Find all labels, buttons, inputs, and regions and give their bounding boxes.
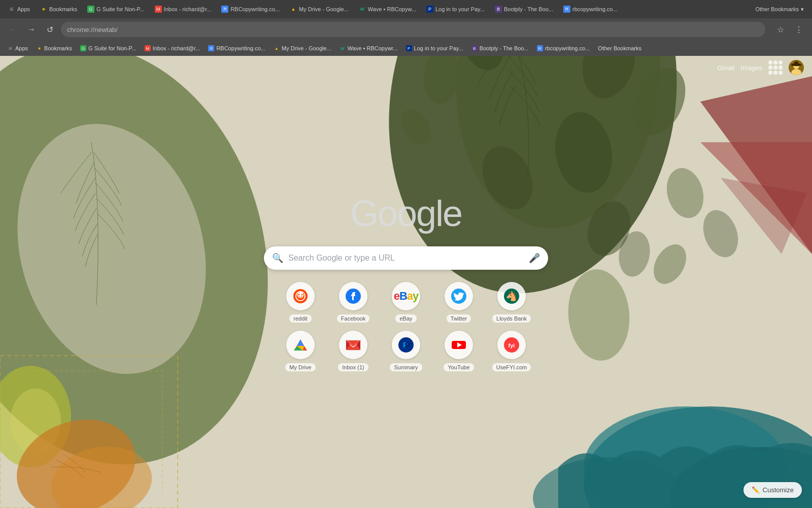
- tab-rbcopy1[interactable]: R RBCopywriting.co...: [217, 4, 284, 15]
- google-logo: Google: [350, 193, 462, 234]
- shortcut-mydrive-label: My Drive: [285, 363, 315, 371]
- svg-point-33: [791, 64, 802, 66]
- usefyi-icon: fyi: [503, 337, 520, 353]
- tab-mydrive[interactable]: ▲ My Drive - Google...: [286, 4, 353, 15]
- gmail-icon: [345, 337, 361, 353]
- search-bar[interactable]: 🔍 Search Google or type a URL 🎤: [264, 246, 548, 270]
- ebay-text-icon: eBay: [394, 290, 419, 303]
- tab-apps[interactable]: ⊞ Apps: [4, 4, 34, 15]
- lloyds-icon: 🐴: [503, 288, 520, 304]
- shortcut-youtube-label: YouTube: [444, 363, 473, 371]
- youtube-icon: [451, 337, 467, 353]
- tab-paylog[interactable]: P Log in to your Pay...: [422, 4, 489, 15]
- avatar-image: [789, 60, 804, 75]
- shortcut-lloyds-label: Lloyds Bank: [492, 314, 531, 323]
- shortcut-reddit-label: reddit: [289, 314, 312, 323]
- svg-point-39: [301, 294, 303, 296]
- google-top-links: Gmail Images: [709, 56, 812, 79]
- twitter-icon: [451, 288, 467, 304]
- shortcut-lloyds[interactable]: 🐴 Lloyds Bank: [489, 282, 534, 323]
- bookmark-rbcopy2[interactable]: R rbcopywriting.co...: [534, 44, 593, 52]
- bookmark-paylog[interactable]: P Log in to your Pay...: [403, 44, 466, 52]
- shortcut-usefyi[interactable]: fyi UseFYI.com: [489, 331, 534, 371]
- shortcut-mydrive[interactable]: My Drive: [278, 331, 323, 371]
- tab-wave[interactable]: W Wave • RBCopyw...: [355, 4, 420, 15]
- bookmark-gsuite[interactable]: G G Suite for Non-P...: [77, 44, 140, 52]
- shortcut-usefyi-label: UseFYI.com: [492, 363, 531, 371]
- bookmark-bootply[interactable]: B Bootply - The Boo...: [468, 44, 532, 52]
- tab-rbcopy2[interactable]: R rbcopywriting.co...: [559, 4, 622, 15]
- browser-frame: ⊞ Apps ★ Bookmarks G G Suite for Non-P..…: [0, 0, 812, 508]
- shortcut-reddit[interactable]: reddit: [278, 282, 323, 323]
- tab-bookmarks[interactable]: ★ Bookmarks: [36, 4, 81, 15]
- shortcut-inbox-label: Inbox (1): [338, 363, 368, 371]
- user-avatar[interactable]: [789, 60, 804, 75]
- shortcut-facebook[interactable]: Facebook: [331, 282, 376, 323]
- svg-point-38: [298, 294, 300, 296]
- shortcut-youtube[interactable]: YouTube: [436, 331, 481, 371]
- tab-overflow[interactable]: Other Bookmarks ▾: [751, 4, 808, 15]
- back-button[interactable]: ←: [6, 22, 20, 37]
- shortcuts-row-2: My Drive: [278, 331, 534, 371]
- toolbar: ← → ↺ chrome://newtab/ ☆ ⋮: [0, 18, 812, 41]
- bookmark-rbcopy1[interactable]: R RBCopywriting.co...: [205, 44, 268, 52]
- svg-text:fyi: fyi: [509, 342, 515, 348]
- gmail-link[interactable]: Gmail: [717, 64, 734, 72]
- shortcut-ebay-label: eBay: [395, 314, 416, 323]
- customize-button[interactable]: ✏️ Customize: [743, 482, 802, 498]
- search-icon: 🔍: [272, 252, 283, 264]
- tab-bar: ⊞ Apps ★ Bookmarks G G Suite for Non-P..…: [0, 0, 812, 18]
- shortcut-inbox[interactable]: Inbox (1): [331, 331, 376, 371]
- bookmark-star-button[interactable]: ☆: [773, 22, 788, 37]
- reload-button[interactable]: ↺: [43, 22, 57, 37]
- microphone-icon[interactable]: 🎤: [529, 252, 540, 264]
- newtab-content: Google 🔍 Search Google or type a URL 🎤: [0, 56, 812, 508]
- bookmark-apps[interactable]: ⊞ Apps: [4, 44, 31, 52]
- bookmark-bookmarks[interactable]: ★ Bookmarks: [33, 44, 75, 52]
- forward-button[interactable]: →: [24, 22, 39, 37]
- shortcut-twitter-label: Twitter: [447, 314, 471, 323]
- bookmark-wave[interactable]: W Wave • RBCopywr...: [336, 44, 401, 52]
- shortcuts-row-1: reddit Facebook: [278, 282, 534, 323]
- main-content: Gmail Images: [0, 56, 812, 508]
- menu-button[interactable]: ⋮: [792, 22, 806, 37]
- shortcut-ebay[interactable]: eBay eBay: [384, 282, 428, 323]
- paypal-icon: P P: [398, 337, 414, 353]
- images-link[interactable]: Images: [740, 64, 762, 72]
- svg-marker-49: [297, 339, 304, 346]
- tab-bootply[interactable]: B Bootply - The Boo...: [491, 4, 557, 15]
- tab-gsuite[interactable]: G G Suite for Non-P...: [83, 4, 149, 15]
- bookmark-mydrive[interactable]: ▲ My Drive - Google...: [270, 44, 334, 52]
- drive-icon: [292, 337, 309, 353]
- tab-inbox[interactable]: M Inbox - richard@r...: [151, 4, 216, 15]
- reddit-icon: [292, 288, 309, 304]
- customize-pencil-icon: ✏️: [752, 486, 760, 494]
- search-placeholder: Search Google or type a URL: [288, 253, 524, 263]
- bookmarks-bar: ⊞ Apps ★ Bookmarks G G Suite for Non-P..…: [0, 41, 812, 56]
- google-apps-button[interactable]: [768, 60, 783, 75]
- bookmark-inbox[interactable]: M Inbox - richard@r...: [142, 44, 204, 52]
- address-bar[interactable]: chrome://newtab/: [61, 22, 765, 37]
- bookmark-other[interactable]: Other Bookmarks: [595, 44, 645, 52]
- search-bar-container: 🔍 Search Google or type a URL 🎤: [264, 246, 548, 270]
- facebook-icon: [345, 288, 361, 304]
- shortcut-summary-label: Summary: [390, 363, 422, 371]
- svg-text:🐴: 🐴: [506, 291, 518, 302]
- customize-label: Customize: [763, 486, 794, 494]
- shortcut-summary[interactable]: P P Summary: [384, 331, 428, 371]
- shortcut-facebook-label: Facebook: [337, 314, 369, 323]
- address-bar-text: chrome://newtab/: [67, 26, 118, 34]
- shortcuts-grid: reddit Facebook: [278, 282, 534, 371]
- svg-text:P: P: [405, 341, 410, 349]
- shortcut-twitter[interactable]: Twitter: [436, 282, 481, 323]
